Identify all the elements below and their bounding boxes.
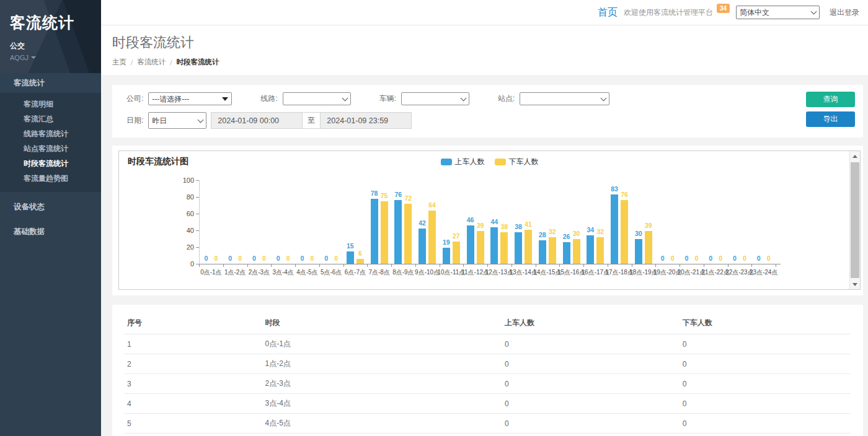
bar-alighting[interactable] <box>381 201 388 264</box>
scrollbar-thumb[interactable] <box>851 162 859 278</box>
chart-legend: 上车人数下车人数 <box>441 157 539 167</box>
vehicle-select[interactable] <box>401 92 469 105</box>
table-header-row: 序号时段上车人数下车人数 <box>125 312 851 334</box>
breadcrumb-section[interactable]: 客流统计 <box>137 58 166 67</box>
language-select[interactable]: 简体中文 <box>736 6 820 19</box>
sidebar-item[interactable]: 客流明细 <box>0 97 101 111</box>
chart-scrollbar[interactable] <box>849 151 860 289</box>
org-name: 公交 <box>10 41 91 51</box>
bar-boarding[interactable] <box>347 251 354 264</box>
table-row: 65点-6点00 <box>125 434 851 436</box>
table-row: 21点-2点00 <box>125 354 851 374</box>
bar-value-label: 28 <box>539 231 546 238</box>
bar-value-label: 0 <box>277 255 280 262</box>
scroll-up-button[interactable] <box>850 151 860 161</box>
bar-boarding[interactable] <box>443 248 450 264</box>
line-select[interactable] <box>283 92 351 105</box>
bar-alighting[interactable] <box>549 237 556 264</box>
bar-boarding[interactable] <box>587 235 594 264</box>
bar-value-label: 76 <box>621 191 628 198</box>
home-link[interactable]: 首页 <box>598 6 618 19</box>
table-row: 54点-5点00 <box>125 414 851 434</box>
legend-item[interactable]: 上车人数 <box>441 157 485 167</box>
bar-value-label: 32 <box>549 228 556 235</box>
bar-alighting[interactable] <box>645 231 652 264</box>
station-label: 站点: <box>498 94 515 104</box>
sidebar-item[interactable]: 基础数据 <box>0 222 101 242</box>
x-tick-mark <box>199 264 200 267</box>
bar-boarding[interactable] <box>539 240 546 264</box>
sidebar-item[interactable]: 设备状态 <box>0 197 101 217</box>
x-tick-mark <box>440 264 440 267</box>
sidebar-bottom: 设备状态基础数据 <box>0 197 101 242</box>
station-select[interactable] <box>520 92 609 105</box>
company-filter: 公司: ---请选择--- <box>126 92 232 105</box>
date-from-input[interactable] <box>211 112 303 129</box>
bar-boarding[interactable] <box>563 242 570 264</box>
bar-boarding[interactable] <box>371 199 378 264</box>
bar-alighting[interactable] <box>428 211 436 264</box>
bar-value-label: 0 <box>684 255 688 262</box>
bar-alighting[interactable] <box>404 204 412 264</box>
sidebar-item[interactable]: 客流量趋势图 <box>0 171 101 186</box>
bar-alighting[interactable] <box>596 237 604 264</box>
x-tick-mark <box>776 264 776 267</box>
bar-boarding[interactable] <box>467 225 474 264</box>
sidebar-item[interactable]: 站点客流统计 <box>0 141 101 156</box>
x-tick-mark <box>391 264 392 267</box>
table-cell: 3 <box>125 374 262 394</box>
table-cell: 5 <box>125 414 262 434</box>
query-button[interactable]: 查询 <box>806 92 855 107</box>
date-preset-select[interactable]: 昨日 <box>148 112 206 129</box>
bar-value-label: 39 <box>477 222 484 229</box>
bar-boarding[interactable] <box>490 227 498 264</box>
table-cell: 1 <box>125 334 262 354</box>
sidebar-item[interactable]: 客流汇总 <box>0 111 101 126</box>
table-column-header: 序号 <box>125 312 262 334</box>
x-tick-mark <box>247 264 248 267</box>
bar-alighting[interactable] <box>525 230 532 264</box>
scroll-down-button[interactable] <box>850 279 860 289</box>
bar-alighting[interactable] <box>573 239 580 264</box>
legend-item[interactable]: 下车人数 <box>495 157 539 167</box>
breadcrumb-home[interactable]: 主页 <box>112 58 126 67</box>
bar-value-label: 34 <box>587 226 595 233</box>
table-cell: 6 <box>125 434 262 436</box>
bar-alighting[interactable] <box>477 231 484 264</box>
bar-boarding[interactable] <box>394 200 402 264</box>
x-category-label: 0点-1点 <box>200 268 221 277</box>
bar-alighting[interactable] <box>621 200 628 264</box>
bar-alighting[interactable] <box>453 242 460 264</box>
org-code-dropdown[interactable]: AQGJ <box>10 54 91 61</box>
topbar: 首页 欢迎使用客流统计管理平台 34 简体中文 退出登录 <box>101 0 868 25</box>
logout-link[interactable]: 退出登录 <box>830 7 859 18</box>
table-cell: 0 <box>680 374 851 394</box>
bar-value-label: 0 <box>300 255 304 262</box>
x-tick-mark <box>680 264 680 267</box>
y-tick-label: 40 <box>173 227 194 234</box>
legend-label: 上车人数 <box>455 157 485 167</box>
x-tick-mark <box>319 264 320 267</box>
content: 公司: ---请选择--- 线路: 车辆: <box>101 75 868 436</box>
x-category-label: 1点-2点 <box>224 268 246 277</box>
company-select[interactable]: ---请选择--- <box>148 92 232 105</box>
y-axis-line <box>199 180 200 264</box>
bar-boarding[interactable] <box>611 194 618 264</box>
bar-boarding[interactable] <box>635 239 642 264</box>
bar-alighting[interactable] <box>356 259 364 264</box>
date-range: 至 <box>211 112 412 129</box>
legend-swatch-icon <box>495 159 506 165</box>
sidebar-item[interactable]: 时段客流统计 <box>0 156 101 171</box>
x-tick-mark <box>295 264 296 267</box>
export-button[interactable]: 导出 <box>806 111 855 127</box>
bar-boarding[interactable] <box>418 229 426 264</box>
sidebar-group-passenger-stats[interactable]: 客流统计 <box>0 73 101 93</box>
notification-badge[interactable]: 34 <box>717 4 730 13</box>
bar-value-label: 15 <box>347 242 354 250</box>
page-heading: 时段客流统计 主页 / 客流统计 / 时段客流统计 <box>101 25 868 75</box>
bar-boarding[interactable] <box>515 232 522 264</box>
table-cell: 0 <box>680 354 851 374</box>
date-to-input[interactable] <box>320 112 412 129</box>
sidebar-item[interactable]: 线路客流统计 <box>0 126 101 141</box>
bar-alighting[interactable] <box>500 232 508 264</box>
